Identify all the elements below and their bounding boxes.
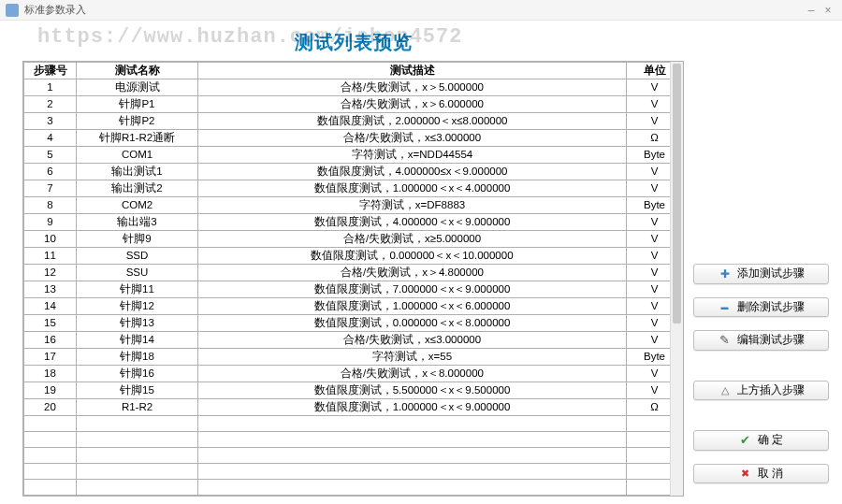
table-row[interactable]: 8COM2字符测试，x=DF8883Byte (24, 197, 683, 214)
table-row[interactable]: 6输出测试1数值限度测试，4.000000≤x＜9.000000V (24, 164, 683, 180)
table-row[interactable]: 16针脚14合格/失败测试，x≤3.000000V (24, 332, 683, 349)
delete-label: 删除测试步骤 (737, 299, 805, 315)
cell-desc (198, 464, 627, 480)
table-row[interactable]: 13针脚11数值限度测试，7.000000＜x＜9.000000V (24, 281, 683, 298)
titlebar: 标准参数录入 – × (0, 0, 842, 21)
cell-name: SSU (77, 265, 198, 281)
close-button[interactable]: × (820, 4, 836, 17)
table-row[interactable]: 20R1-R2数值限度测试，1.000000＜x＜9.000000Ω (24, 399, 683, 416)
cell-name (77, 416, 198, 432)
table-container: 步骤号 测试名称 测试描述 单位 1电源测试合格/失败测试，x＞5.000000… (22, 61, 684, 497)
cell-desc: 合格/失败测试，x≤3.000000 (198, 332, 627, 349)
cell-seq: 18 (24, 366, 77, 382)
table-row[interactable]: 2针脚P1合格/失败测试，x＞6.000000V (24, 96, 683, 113)
cell-name (77, 448, 198, 464)
table-row[interactable]: 1电源测试合格/失败测试，x＞5.000000V (24, 79, 683, 96)
insert-label: 上方插入步骤 (737, 382, 805, 398)
cell-seq: 8 (24, 197, 77, 214)
cell-name: 针脚15 (77, 382, 198, 399)
cell-name (77, 464, 198, 480)
cell-seq (24, 496, 77, 497)
cell-name: 输出测试1 (77, 164, 198, 180)
cell-desc (198, 480, 627, 496)
cell-name: 针脚18 (77, 349, 198, 366)
cell-desc: 数值限度测试，4.000000＜x＜9.000000 (198, 214, 627, 231)
table-row (24, 416, 683, 432)
cell-desc: 合格/失败测试，x＜8.000000 (198, 366, 627, 382)
cell-seq: 20 (24, 399, 77, 416)
table-row[interactable]: 18针脚16合格/失败测试，x＜8.000000V (24, 366, 683, 382)
cell-name: 针脚12 (77, 298, 198, 315)
cell-seq (24, 448, 77, 464)
cell-seq: 7 (24, 180, 77, 197)
table-row[interactable]: 15针脚13数值限度测试，0.000000＜x＜8.000000V (24, 315, 683, 332)
cell-seq: 15 (24, 315, 77, 332)
edit-label: 编辑测试步骤 (737, 332, 805, 348)
table-row[interactable]: 9输出端3数值限度测试，4.000000＜x＜9.000000V (24, 214, 683, 231)
cell-seq: 5 (24, 147, 77, 164)
edit-step-button[interactable]: 编辑测试步骤 (693, 330, 829, 351)
cross-icon (739, 467, 752, 480)
minimize-button[interactable]: – (803, 4, 820, 17)
cell-name: 针脚13 (77, 315, 198, 332)
cell-name: 针脚R1-R2通断 (77, 130, 198, 147)
vertical-scrollbar[interactable] (670, 62, 683, 496)
add-label: 添加测试步骤 (737, 266, 805, 281)
table-row (24, 480, 683, 496)
cell-seq: 1 (24, 79, 77, 96)
cell-name: 电源测试 (77, 79, 198, 96)
table-row (24, 432, 683, 448)
edit-icon (719, 334, 732, 347)
cell-name: R1-R2 (77, 399, 198, 416)
ok-label: 确 定 (758, 432, 783, 448)
cell-seq: 14 (24, 298, 77, 315)
table-row (24, 448, 683, 464)
cell-desc (198, 416, 627, 432)
delete-step-button[interactable]: 删除测试步骤 (693, 297, 829, 318)
minus-icon (719, 300, 732, 313)
cell-desc (198, 496, 627, 497)
cell-name (77, 432, 198, 448)
cell-name: 针脚P1 (77, 96, 198, 113)
page-title: 测试列表预览 (22, 28, 684, 61)
table-row[interactable]: 5COM1字符测试，x=NDD44554Byte (24, 147, 683, 164)
cell-desc: 数值限度测试，1.000000＜x＜9.000000 (198, 399, 627, 416)
cell-desc: 数值限度测试，0.000000＜x＜10.000000 (198, 248, 627, 265)
table-row[interactable]: 4针脚R1-R2通断合格/失败测试，x≤3.000000Ω (24, 130, 683, 147)
scrollbar-thumb[interactable] (673, 64, 681, 324)
cell-desc: 合格/失败测试，x＞6.000000 (198, 96, 627, 113)
table-row[interactable]: 14针脚12数值限度测试，1.000000＜x＜6.000000V (24, 298, 683, 315)
cell-name: COM2 (77, 197, 198, 214)
cell-seq: 11 (24, 248, 77, 265)
table-row[interactable]: 12SSU合格/失败测试，x＞4.800000V (24, 265, 683, 281)
cell-desc: 合格/失败测试，x≥5.000000 (198, 231, 627, 248)
check-icon (739, 434, 752, 447)
table-row[interactable]: 17针脚18字符测试，x=55Byte (24, 349, 683, 366)
cell-desc: 合格/失败测试，x＞5.000000 (198, 79, 627, 96)
cancel-button[interactable]: 取 消 (693, 464, 829, 484)
cell-name: 针脚16 (77, 366, 198, 382)
table-row[interactable]: 19针脚15数值限度测试，5.500000＜x＜9.500000V (24, 382, 683, 399)
cell-desc: 字符测试，x=55 (198, 349, 627, 366)
cell-seq: 6 (24, 164, 77, 180)
cell-desc (198, 448, 627, 464)
cell-seq (24, 416, 77, 432)
insert-above-button[interactable]: 上方插入步骤 (693, 381, 829, 401)
test-steps-table[interactable]: 步骤号 测试名称 测试描述 单位 1电源测试合格/失败测试，x＞5.000000… (23, 62, 683, 497)
cancel-label: 取 消 (758, 466, 783, 482)
ok-button[interactable]: 确 定 (693, 430, 829, 451)
plus-icon (719, 267, 732, 281)
table-row[interactable]: 10针脚9合格/失败测试，x≥5.000000V (24, 231, 683, 248)
add-step-button[interactable]: 添加测试步骤 (693, 264, 829, 284)
table-row (24, 464, 683, 480)
cell-seq: 3 (24, 113, 77, 130)
cell-desc: 数值限度测试，2.000000＜x≤8.000000 (198, 113, 627, 130)
cell-seq (24, 432, 77, 448)
cell-name: 输出端3 (77, 214, 198, 231)
cell-name: 输出测试2 (77, 180, 198, 197)
cell-name: 针脚14 (77, 332, 198, 349)
table-row[interactable]: 7输出测试2数值限度测试，1.000000＜x＜4.000000V (24, 180, 683, 197)
table-row[interactable]: 11SSD数值限度测试，0.000000＜x＜10.000000V (24, 248, 683, 265)
table-row[interactable]: 3针脚P2数值限度测试，2.000000＜x≤8.000000V (24, 113, 683, 130)
cell-desc: 字符测试，x=NDD44554 (198, 147, 627, 164)
